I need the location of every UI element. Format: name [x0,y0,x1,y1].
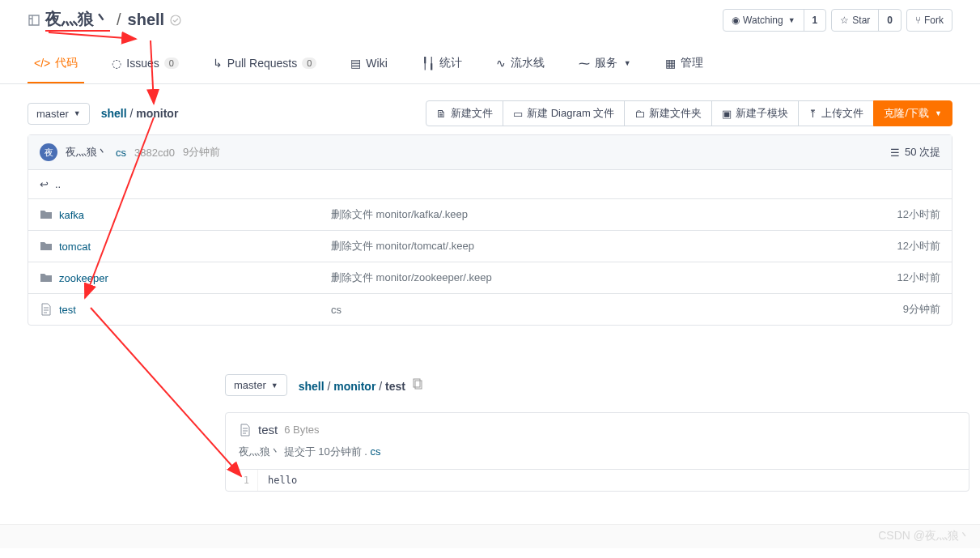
watch-button[interactable]: ◉Watching▼ 1 [723,9,826,32]
branch-selector[interactable]: master▼ [28,103,90,125]
repo-owner-link[interactable]: 夜灬狼丶 [45,8,110,32]
admin-icon: ▦ [665,57,676,70]
parent-dir-row[interactable]: ↩ .. [28,169,952,198]
file-commit-msg[interactable]: 删除文件 monitor/kafka/.keep [331,207,897,222]
commit-author[interactable]: 夜灬狼丶 [66,145,108,160]
file-name: test [258,423,278,437]
crumb-current: monitor [136,107,178,120]
file-time: 12小时前 [897,207,940,222]
table-row: kafka 删除文件 monitor/kafka/.keep 12小时前 [28,198,952,230]
file-link[interactable]: kafka [59,209,84,221]
star-button[interactable]: ☆Star 0 [831,9,902,32]
avatar: 夜 [40,143,57,161]
breadcrumb: shell / monitor [101,107,179,120]
watermark: CSDN @夜灬狼丶 [878,529,970,543]
footer-bar [0,524,980,548]
tab-issues[interactable]: ◌Issues0 [105,46,185,83]
upload-button[interactable]: ⤒上传文件 [798,100,874,126]
breadcrumb-2: shell / monitor / test [299,377,425,393]
folder-plus-icon: 🗀 [634,108,645,120]
book-icon: ▤ [350,57,361,70]
crumb-root[interactable]: shell [101,107,127,120]
watch-count: 1 [804,10,826,31]
commit-sha[interactable]: 3882cd0 [134,147,175,159]
tab-services[interactable]: ⁓服务▼ [572,46,638,83]
tab-code[interactable]: </>代码 [28,46,84,83]
file-link[interactable]: zookeeper [59,272,108,284]
commit-msg[interactable]: cs [116,147,126,159]
fork-icon: ⑂ [915,15,921,26]
file-commit-msg-link[interactable]: cs [371,445,381,458]
new-folder-button[interactable]: 🗀新建文件夹 [624,100,712,126]
folder-icon [40,208,53,221]
file-time: 12小时前 [897,239,940,253]
code-icon: </> [34,57,50,70]
commit-time: 9分钟前 [183,145,220,160]
repo-name-link[interactable]: shell [128,11,165,29]
file-commit-time: 10分钟前 [318,445,361,458]
repo-icon [28,14,40,27]
history-icon: ☰ [890,147,900,159]
file-listing: 夜 夜灬狼丶 cs 3882cd0 9分钟前 ☰50 次提 ↩ .. kafka… [28,134,952,326]
submodule-icon: ▣ [722,108,732,120]
pipeline-icon: ∿ [496,57,506,70]
code-line: hello [258,470,307,491]
file-commit-msg[interactable]: 删除文件 monitor/tomcat/.keep [331,239,897,253]
folder-icon [40,271,53,284]
branch-selector-2[interactable]: master▼ [225,374,287,396]
eye-icon: ◉ [732,15,740,26]
new-submodule-button[interactable]: ▣新建子模块 [711,100,799,126]
pr-icon: ↳ [213,57,223,70]
file-size: 6 Bytes [284,424,319,436]
file-time: 9分钟前 [903,302,940,317]
repo-tabs: </>代码 ◌Issues0 ↳Pull Requests0 ▤Wiki ╿╽统… [0,46,980,84]
crumb-current-2: test [385,380,405,393]
file-link[interactable]: tomcat [59,241,91,253]
file-commit-msg[interactable]: 删除文件 monitor/zookeeper/.keep [331,270,897,285]
tab-pr[interactable]: ↳Pull Requests0 [206,46,324,83]
crumb-mid-2[interactable]: monitor [333,380,375,393]
file-plus-icon: 🗎 [436,108,447,120]
file-commit-msg[interactable]: cs [331,304,903,316]
reply-icon: ↩ [40,178,49,190]
table-row: test cs 9分钟前 [28,293,952,325]
diagram-icon: ▭ [513,108,523,120]
chart-icon: ╿╽ [422,57,435,70]
crumb-root-2[interactable]: shell [299,380,325,393]
fork-button[interactable]: ⑂Fork [906,9,952,32]
file-link[interactable]: test [59,304,76,316]
issues-icon: ◌ [112,57,121,70]
star-icon: ☆ [840,15,849,26]
tab-stats[interactable]: ╿╽统计 [415,46,469,83]
new-diagram-button[interactable]: ▭新建 Diagram 文件 [503,100,625,126]
file-time: 12小时前 [897,270,940,285]
line-number: 1 [226,470,258,491]
tab-wiki[interactable]: ▤Wiki [344,46,393,83]
file-icon [40,303,53,316]
svg-point-0 [171,15,180,25]
new-file-button[interactable]: 🗎新建文件 [426,100,503,126]
copy-icon[interactable] [412,377,425,390]
svg-line-6 [91,308,241,476]
table-row: zookeeper 删除文件 monitor/zookeeper/.keep 1… [28,262,952,293]
clone-button[interactable]: 克隆/下载▼ [873,100,952,126]
tab-pipeline[interactable]: ∿流水线 [490,46,551,83]
pulse-icon: ⁓ [579,57,590,70]
commits-count-link[interactable]: ☰50 次提 [890,145,940,160]
badge-icon [169,14,182,27]
repo-title: 夜灬狼丶 / shell [28,8,182,32]
table-row: tomcat 删除文件 monitor/tomcat/.keep 12小时前 [28,230,952,262]
tab-admin[interactable]: ▦管理 [659,46,710,83]
upload-icon: ⤒ [808,108,817,120]
file-viewer: test 6 Bytes 夜灬狼丶 提交于 10分钟前 . cs 1 hello [225,412,969,492]
file-icon [239,424,252,437]
code-content: 1 hello [226,470,969,491]
star-count: 0 [878,10,901,31]
sep: / [117,11,121,29]
folder-icon [40,240,53,253]
file-author[interactable]: 夜灬狼丶 [239,445,281,458]
